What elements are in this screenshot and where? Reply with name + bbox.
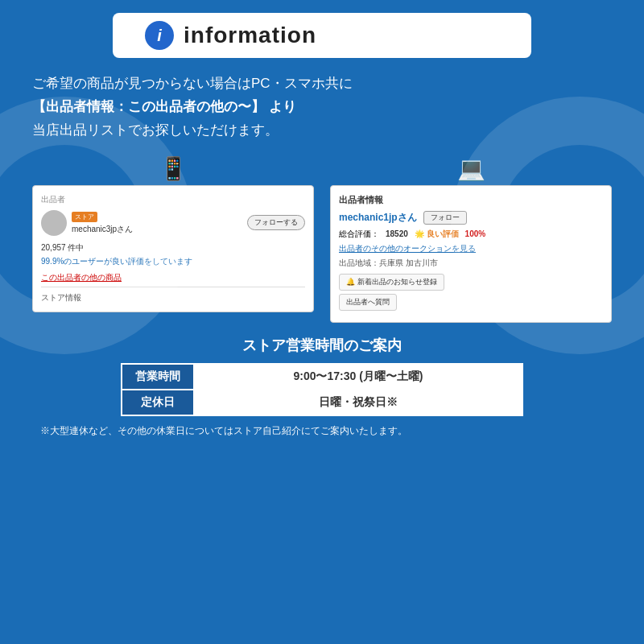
mobile-col: 📱 出品者 ストア mechanic3jpさん フォローする 20,957 件中… <box>32 155 314 323</box>
ps-good-pct: 100% <box>465 229 486 238</box>
main-text-line1: ご希望の商品が見つからない場合はPC・スマホ共に <box>32 72 612 96</box>
ps-name-row: mechanic1jpさん フォロー <box>339 211 603 225</box>
hours-row: 営業時間9:00〜17:30 (月曜〜土曜) <box>122 364 522 390</box>
ms-avatar <box>41 210 67 236</box>
ms-user-info: ストア mechanic3jpさん <box>72 211 247 235</box>
hours-row: 定休日日曜・祝祭日※ <box>122 390 522 415</box>
main-text: ご希望の商品が見つからない場合はPC・スマホ共に 【出品者情報：この出品者の他の… <box>24 72 620 142</box>
hours-label: 営業時間 <box>122 364 194 390</box>
ps-follow-button[interactable]: フォロー <box>423 211 467 225</box>
footer-note: ※大型連休など、その他の休業日についてはストア自己紹介にてご案内いたします。 <box>32 424 612 438</box>
main-text-line3: 当店出品リストでお探しいただけます。 <box>32 119 612 142</box>
ps-location: 出品地域：兵庫県 加古川市 <box>339 258 603 269</box>
pc-device-icon: 💻 <box>457 155 485 182</box>
ps-rating-num: 18520 <box>386 229 408 238</box>
ms-rating: 99.9%のユーザーが良い評価をしています <box>41 256 305 267</box>
hours-label: 定休日 <box>122 390 194 415</box>
store-hours-title: ストア営業時間のご案内 <box>32 336 612 355</box>
ms-store-badge: ストア <box>72 212 97 222</box>
mobile-device-icon: 📱 <box>159 155 188 182</box>
ms-count: 20,957 件中 <box>41 242 305 254</box>
ms-follow-button[interactable]: フォローする <box>247 215 305 230</box>
hours-value: 9:00〜17:30 (月曜〜土曜) <box>194 364 522 390</box>
info-banner: i information <box>113 13 531 58</box>
screenshots-row: 📱 出品者 ストア mechanic3jpさん フォローする 20,957 件中… <box>24 155 620 323</box>
hours-value: 日曜・祝祭日※ <box>194 390 522 415</box>
pc-screenshot: 出品者情報 mechanic1jpさん フォロー 総合評価： 18520 🌟 良… <box>330 185 612 323</box>
store-hours-section: ストア営業時間のご案内 営業時間9:00〜17:30 (月曜〜土曜)定休日日曜・… <box>24 336 620 438</box>
ms-link[interactable]: この出品者の他の商品 <box>41 272 305 283</box>
hours-table: 営業時間9:00〜17:30 (月曜〜土曜)定休日日曜・祝祭日※ <box>121 363 523 416</box>
info-title: information <box>184 23 316 48</box>
ps-username: mechanic1jpさん <box>339 211 417 225</box>
ps-rating-label: 総合評価： <box>339 229 379 240</box>
page-container: i information ご希望の商品が見つからない場合はPC・スマホ共に 【… <box>0 0 644 644</box>
ms-divider <box>41 287 305 287</box>
ms-section-label: 出品者 <box>41 194 305 205</box>
pc-col: 💻 出品者情報 mechanic1jpさん フォロー 総合評価： 18520 🌟… <box>330 155 612 323</box>
info-icon: i <box>145 21 174 50</box>
main-text-line2: 【出品者情報：この出品者の他の〜】 より <box>32 96 612 119</box>
main-text-highlight: 【出品者情報：この出品者の他の〜】 より <box>32 99 296 114</box>
ps-good-label: 🌟 良い評価 <box>415 229 459 240</box>
mobile-screenshot: 出品者 ストア mechanic3jpさん フォローする 20,957 件中 9… <box>32 185 314 312</box>
ps-notify-button[interactable]: 🔔 新着出品のお知らせ登録 <box>339 274 444 291</box>
ms-user-row: ストア mechanic3jpさん フォローする <box>41 210 305 236</box>
ps-auction-link[interactable]: 出品者のその他のオークションを見る <box>339 243 603 254</box>
ps-question-button[interactable]: 出品者へ質問 <box>339 294 397 311</box>
ms-username: mechanic3jpさん <box>72 225 133 233</box>
ps-title: 出品者情報 <box>339 194 603 206</box>
ms-store-info: ストア情報 <box>41 291 305 303</box>
ps-rating-row: 総合評価： 18520 🌟 良い評価 100% <box>339 229 603 240</box>
